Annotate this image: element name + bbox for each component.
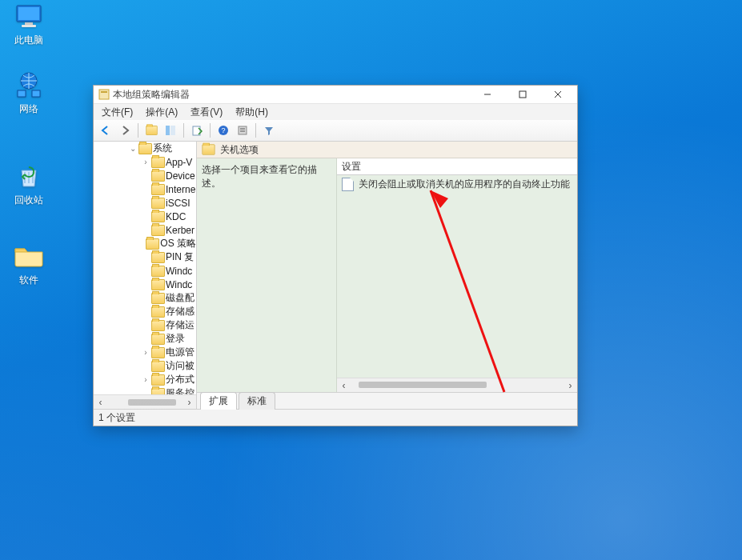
column-header-setting[interactable]: 设置: [337, 158, 577, 175]
forward-button[interactable]: [116, 122, 134, 139]
desktop-icon-network[interactable]: 网络: [0, 70, 58, 116]
tree-label: 访问被: [166, 359, 195, 373]
maximize-button[interactable]: [505, 86, 540, 103]
tree-label: 电源管: [166, 346, 195, 359]
menu-action[interactable]: 操作(A): [139, 104, 184, 121]
menu-file[interactable]: 文件(F): [95, 104, 139, 121]
tree-item[interactable]: ›App-V: [94, 155, 196, 169]
svg-rect-10: [519, 91, 526, 98]
list-horizontal-scrollbar[interactable]: ‹ ›: [337, 378, 577, 392]
desktop-icon-label: 回收站: [0, 194, 58, 207]
filter-button[interactable]: [260, 122, 278, 139]
tree-item[interactable]: KDC: [94, 210, 196, 223]
tree-label: PIN 复: [166, 250, 194, 264]
policy-label: 关闭会阻止或取消关机的应用程序的自动终止功能: [359, 178, 570, 191]
toolbar: ?: [94, 120, 577, 142]
scroll-right-icon[interactable]: ›: [564, 378, 577, 392]
scroll-thumb[interactable]: [359, 382, 487, 388]
options-button[interactable]: [234, 122, 251, 139]
tree-item[interactable]: 存储运: [94, 318, 196, 332]
tree-item[interactable]: Interne: [94, 182, 196, 196]
tree-item[interactable]: 磁盘配: [94, 291, 196, 305]
tree-item[interactable]: PIN 复: [94, 250, 196, 264]
scroll-right-icon[interactable]: ›: [182, 395, 196, 409]
svg-text:?: ?: [221, 126, 225, 134]
tree-label: Windc: [166, 266, 192, 277]
folder-icon: [202, 144, 215, 154]
scroll-thumb[interactable]: [128, 399, 176, 406]
help-button[interactable]: ?: [215, 122, 232, 139]
desktop-icon-recycle[interactable]: 回收站: [0, 162, 58, 207]
tree-item[interactable]: Device: [94, 169, 196, 182]
tree-label: KDC: [166, 211, 186, 222]
app-icon: [98, 89, 110, 100]
tree-label: Interne: [166, 184, 195, 195]
policy-item[interactable]: 关闭会阻止或取消关机的应用程序的自动终止功能: [337, 175, 577, 194]
gpedit-window: 本地组策略编辑器 文件(F) 操作(A) 查看(V) 帮助(H) ?: [93, 85, 578, 426]
close-button[interactable]: [540, 86, 576, 103]
expand-icon[interactable]: ›: [140, 348, 151, 357]
folder-icon: [151, 306, 163, 317]
policy-icon: [342, 178, 354, 191]
folder-icon: [151, 334, 163, 344]
window-title: 本地组策略编辑器: [113, 88, 470, 102]
folder-icon: [151, 170, 163, 181]
toolbar-separator: [255, 123, 256, 138]
tree-item[interactable]: iSCSI: [94, 196, 196, 210]
svg-rect-18: [239, 126, 247, 134]
folder-icon: [13, 242, 45, 270]
scroll-left-icon[interactable]: ‹: [337, 378, 351, 392]
back-button[interactable]: [97, 122, 114, 139]
up-button[interactable]: [142, 122, 160, 139]
expand-icon[interactable]: ›: [140, 375, 151, 384]
status-bar: 1 个设置: [94, 409, 577, 426]
tree-item[interactable]: ›分布式: [94, 373, 196, 386]
tree[interactable]: ⌄ 系统 ›App-VDeviceInterneiSCSIKDCKerberOS…: [94, 142, 196, 395]
scroll-left-icon[interactable]: ‹: [94, 395, 107, 409]
expand-icon[interactable]: ›: [140, 158, 151, 166]
tree-item[interactable]: Windc: [94, 278, 196, 291]
desktop-icon-software[interactable]: 软件: [0, 242, 58, 287]
description-column: 选择一个项目来查看它的描述。: [197, 158, 337, 392]
show-hide-tree-button[interactable]: [162, 122, 179, 139]
svg-rect-6: [32, 90, 40, 97]
svg-rect-2: [25, 22, 33, 25]
settings-list[interactable]: 关闭会阻止或取消关机的应用程序的自动终止功能: [337, 175, 577, 378]
tree-label: 系统: [153, 142, 172, 155]
svg-rect-5: [18, 90, 26, 97]
tab-standard[interactable]: 标准: [239, 392, 275, 410]
svg-rect-1: [18, 7, 39, 20]
folder-icon: [151, 279, 163, 290]
tree-item[interactable]: 登录: [94, 332, 196, 346]
tree-item[interactable]: ›电源管: [94, 346, 196, 359]
collapse-icon[interactable]: ⌄: [127, 144, 138, 153]
desktop-icon-label: 软件: [0, 274, 58, 287]
tree-root-system[interactable]: ⌄ 系统: [94, 142, 196, 155]
tree-item[interactable]: Windc: [94, 264, 196, 278]
tree-label: 分布式: [166, 373, 195, 386]
svg-rect-3: [22, 25, 36, 27]
folder-icon: [151, 184, 163, 194]
path-label: 关机选项: [220, 143, 259, 157]
tree-item[interactable]: 存储感: [94, 305, 196, 318]
tab-extended[interactable]: 扩展: [200, 392, 237, 410]
tree-item[interactable]: Kerber: [94, 223, 196, 237]
folder-icon: [151, 374, 163, 385]
title-bar[interactable]: 本地组策略编辑器: [94, 86, 577, 104]
folder-icon: [151, 266, 163, 276]
desktop-icon-label: 网络: [0, 102, 58, 116]
tree-item[interactable]: OS 策略: [94, 237, 196, 250]
folder-icon: [151, 347, 163, 358]
menu-view[interactable]: 查看(V): [184, 104, 229, 121]
export-list-button[interactable]: [188, 122, 206, 139]
tree-horizontal-scrollbar[interactable]: ‹ ›: [94, 394, 196, 409]
tree-label: Kerber: [166, 225, 195, 236]
minimize-button[interactable]: [470, 86, 505, 103]
tree-item[interactable]: 访问被: [94, 359, 196, 373]
path-header: 关机选项: [197, 142, 577, 158]
tree-label: Device: [166, 170, 195, 182]
desktop-icon-this-pc[interactable]: 此电脑: [0, 2, 58, 47]
folder-icon: [151, 157, 163, 167]
folder-icon: [151, 320, 163, 330]
menu-help[interactable]: 帮助(H): [229, 104, 275, 121]
